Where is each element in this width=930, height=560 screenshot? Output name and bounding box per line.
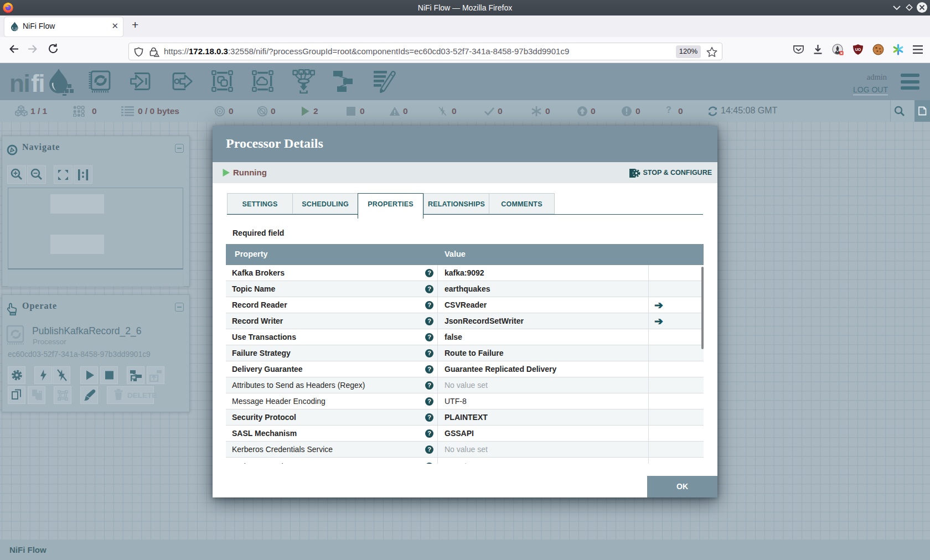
svg-text:ni: ni: [9, 70, 29, 97]
svg-text:fi: fi: [31, 70, 44, 97]
svg-text:UO: UO: [855, 48, 861, 51]
